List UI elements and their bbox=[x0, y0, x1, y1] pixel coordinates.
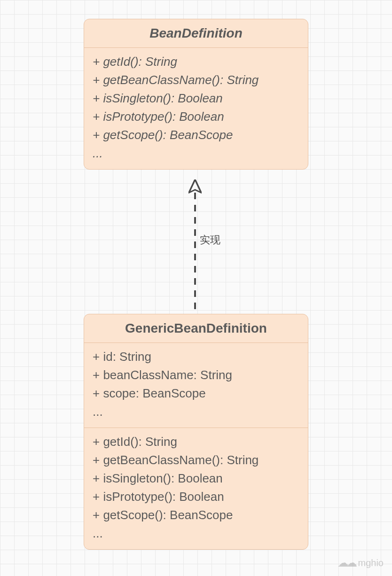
interface-method: + getId(): String bbox=[93, 53, 299, 71]
interface-title: BeanDefinition bbox=[84, 19, 308, 48]
uml-interface-box: BeanDefinition + getId(): String + getBe… bbox=[84, 19, 308, 170]
watermark-text: mghio bbox=[358, 558, 384, 568]
class-method: + isSingleton(): Boolean bbox=[93, 469, 299, 488]
watermark-icon: ☁☁ bbox=[337, 556, 354, 569]
interface-method: + getScope(): BeanScope bbox=[93, 126, 299, 144]
arrow-head-icon bbox=[188, 179, 202, 194]
relation-label: 实现 bbox=[200, 233, 220, 247]
class-method: ... bbox=[93, 524, 299, 543]
class-method: + isPrototype(): Boolean bbox=[93, 488, 299, 506]
class-attribute: + scope: BeanScope bbox=[93, 384, 299, 403]
interface-method: + getBeanClassName(): String bbox=[93, 71, 299, 89]
realization-arrow bbox=[186, 179, 204, 316]
class-attribute: + id: String bbox=[93, 348, 299, 366]
dashed-line bbox=[194, 193, 196, 315]
class-title: GenericBeanDefinition bbox=[84, 314, 308, 343]
class-attributes-section: + id: String + beanClassName: String + s… bbox=[84, 343, 308, 428]
class-method: + getBeanClassName(): String bbox=[93, 451, 299, 469]
class-method: + getScope(): BeanScope bbox=[93, 506, 299, 524]
uml-class-box: GenericBeanDefinition + id: String + bea… bbox=[84, 314, 308, 550]
watermark: ☁☁ mghio bbox=[337, 556, 384, 569]
class-attribute: ... bbox=[93, 403, 299, 421]
interface-method: + isSingleton(): Boolean bbox=[93, 89, 299, 108]
class-methods-section: + getId(): String + getBeanClassName(): … bbox=[84, 428, 308, 549]
interface-method: + isPrototype(): Boolean bbox=[93, 108, 299, 126]
interface-method: ... bbox=[93, 144, 299, 163]
class-attribute: + beanClassName: String bbox=[93, 366, 299, 384]
class-method: + getId(): String bbox=[93, 433, 299, 451]
interface-methods-section: + getId(): String + getBeanClassName(): … bbox=[84, 48, 308, 169]
